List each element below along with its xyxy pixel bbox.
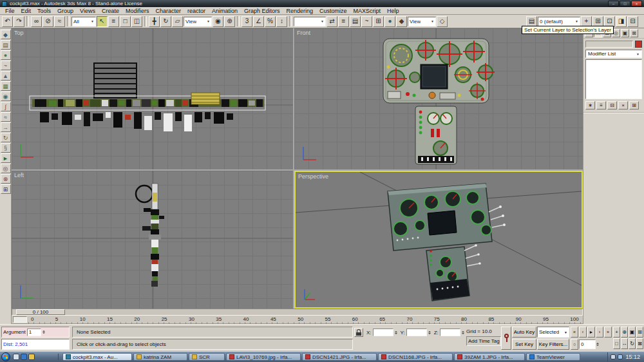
reactor-create-soft-body-collection-icon[interactable]: ● <box>1 50 11 60</box>
taskbar-item-cockpit3[interactable]: cockpit3.max - Au... <box>62 353 132 361</box>
add-selection-to-current-layer-button[interactable]: ⊞ ▼ <box>592 16 603 27</box>
configure-modifier-sets-button[interactable]: ⊞ <box>629 101 639 110</box>
frame-spinner[interactable] <box>596 343 599 346</box>
reactor-create-rigid-body-collection-icon[interactable]: ◆ <box>1 30 11 39</box>
undo-button[interactable]: ↶ ▼ <box>2 16 13 27</box>
viewport-front[interactable]: Front <box>294 28 583 169</box>
y-coordinate-field[interactable] <box>406 329 427 336</box>
menu-views[interactable]: Views <box>77 8 99 14</box>
arc-rotate-button[interactable]: ↻ <box>629 338 636 349</box>
listener-pane[interactable]: Dist: 2,501 <box>1 339 70 350</box>
play-button[interactable]: ► <box>587 327 595 338</box>
reactor-create-cloth-collection-icon[interactable]: ▤ <box>1 40 11 50</box>
use-pivot-point-center-button[interactable]: ◉ ▼ <box>213 16 223 27</box>
menu-edit[interactable]: Edit <box>18 8 35 14</box>
z-spinner[interactable] <box>462 331 464 334</box>
viewport-label[interactable]: Top <box>14 30 24 36</box>
min-max-toggle-button[interactable]: ⊠ <box>636 338 643 349</box>
render-scene-button[interactable]: ◆ ▼ <box>396 16 407 27</box>
taskbar-item-teamviewer[interactable]: TeamViewer <box>526 353 580 361</box>
next-frame-button[interactable]: › <box>596 327 603 338</box>
viewport-label[interactable]: Left <box>14 172 24 178</box>
select-object-button[interactable]: ↖ ▼ <box>97 16 108 27</box>
key-mode-toggle-button[interactable]: ○ <box>571 339 578 350</box>
toolbar-separator[interactable]: ▼ <box>67 16 70 26</box>
menu-character[interactable]: Character <box>152 8 184 14</box>
reactor-create-deforming-mesh-collection-icon[interactable]: ▲ <box>1 71 11 81</box>
set-keys-button[interactable] <box>501 327 511 350</box>
window-crossing-button[interactable]: ◫ ▼ <box>131 16 142 27</box>
pin-stack-button[interactable]: ∗ <box>585 101 595 110</box>
snaps-toggle-button[interactable]: 3 ▼ <box>242 16 252 27</box>
timeline-ruler[interactable]: 0510152025303540455055606570758085909510… <box>28 316 582 324</box>
align-button[interactable]: ≡ ▼ <box>338 16 349 27</box>
zoom-all-button[interactable]: ⊕ <box>621 327 628 338</box>
quick-launch-show-desktop[interactable] <box>13 354 19 360</box>
select-and-link-button[interactable]: ∞ ▼ <box>31 16 42 27</box>
make-unique-button[interactable]: ⊟ <box>607 101 617 110</box>
layer-properties-button[interactable]: ⊟ ▼ <box>627 16 638 27</box>
select-objects-in-current-layer-button[interactable]: ⊡ ▼ <box>604 16 615 27</box>
reactor-open-property-editor-icon[interactable]: ⊞ <box>1 184 11 194</box>
menu-group[interactable]: Group <box>54 8 77 14</box>
previous-frame-button[interactable]: ‹ <box>579 327 587 338</box>
key-mode-dropdown[interactable]: Selected▼ <box>537 327 569 338</box>
reactor-create-animation-icon[interactable]: ◎ <box>1 164 11 173</box>
tab-utilities[interactable]: ⊠ <box>630 29 638 37</box>
menu-maxscript[interactable]: MAXScript <box>350 8 384 14</box>
current-layer-dropdown[interactable]: 0 (default) ▼ <box>538 17 580 26</box>
render-type-dropdown[interactable]: View ▼ <box>408 17 436 26</box>
tab-display[interactable]: ▣ <box>621 29 629 37</box>
toolbar-separator[interactable]: ▼ <box>289 16 292 26</box>
menu-tools[interactable]: Tools <box>34 8 54 14</box>
select-and-move-button[interactable]: ╋ ▼ <box>149 16 160 27</box>
toolbar-separator[interactable]: ▼ <box>144 16 147 26</box>
reference-coordinate-system-dropdown[interactable]: View ▼ <box>184 17 212 26</box>
menu-graph-editors[interactable]: Graph Editors <box>241 8 283 14</box>
macro-recorder-pane[interactable]: Argument 1 <box>1 327 70 338</box>
reactor-create-rope-collection-icon[interactable]: ~ <box>1 61 11 70</box>
schematic-view-button[interactable]: ⊞ ▼ <box>373 16 384 27</box>
close-button[interactable]: × <box>631 1 642 6</box>
menu-help[interactable]: Help <box>384 8 402 14</box>
modifier-stack-list[interactable] <box>585 59 642 99</box>
time-slider-track[interactable]: 0 / 100 <box>12 309 583 316</box>
set-key-button[interactable]: Set Key <box>512 339 536 350</box>
pan-button[interactable]: ↔ <box>621 338 628 349</box>
remove-modifier-button[interactable]: × <box>618 101 628 110</box>
menu-animation[interactable]: Animation <box>209 8 241 14</box>
taskbar-item-lavi3[interactable]: LAVI3_10769.jpg - Irfa... <box>226 353 301 361</box>
reactor-preview-animation-icon[interactable]: ► <box>1 153 11 163</box>
named-selection-sets-dropdown[interactable]: ▼ <box>294 17 326 26</box>
quick-launch-explorer[interactable] <box>28 354 35 360</box>
reactor-create-water-icon[interactable]: ≈ <box>1 112 11 122</box>
menu-rendering[interactable]: Rendering <box>283 8 317 14</box>
open-mini-curve-editor-button[interactable] <box>13 316 27 323</box>
menu-create[interactable]: Create <box>99 8 122 14</box>
redo-button[interactable]: ↷ ▼ <box>14 16 24 27</box>
time-slider-handle[interactable]: 0 / 100 <box>16 309 65 315</box>
taskbar-clock[interactable]: 15:12 <box>625 354 640 360</box>
reactor-analyze-world-icon[interactable]: ⊗ <box>1 174 11 184</box>
reactor-create-wind-icon[interactable]: → <box>1 122 11 132</box>
spinner-snap-toggle-button[interactable]: ↕ ▼ <box>276 16 287 27</box>
quick-render-button[interactable]: ◇ ▼ <box>437 16 448 27</box>
z-coordinate-field[interactable] <box>440 329 460 336</box>
select-and-scale-button[interactable]: ▱ ▼ <box>172 16 183 27</box>
menu-customize[interactable]: Customize <box>316 8 350 14</box>
reactor-apply-cloth-modifier-icon[interactable]: ▦ <box>1 81 11 91</box>
zoom-extents-all-button[interactable]: ⊞ <box>636 327 643 338</box>
x-coordinate-field[interactable] <box>373 329 393 336</box>
viewport-top[interactable]: Top <box>12 28 293 169</box>
y-spinner[interactable] <box>428 331 431 334</box>
tray-network-icon[interactable] <box>618 354 623 359</box>
reactor-create-spring-icon[interactable]: § <box>1 143 11 153</box>
zoom-extents-button[interactable]: ▣ <box>629 327 636 338</box>
select-and-rotate-button[interactable]: ↻ ▼ <box>160 16 171 27</box>
start-button[interactable] <box>1 352 10 361</box>
menu-modifiers[interactable]: Modifiers <box>122 8 153 14</box>
key-filters-button[interactable]: Key Filters... <box>537 339 569 350</box>
toolbar-separator[interactable]: ▼ <box>26 16 29 26</box>
taskbar-item-dscn1421[interactable]: DSCN1421.JPG - Irfa... <box>302 353 377 361</box>
tray-volume-icon[interactable] <box>611 354 616 359</box>
